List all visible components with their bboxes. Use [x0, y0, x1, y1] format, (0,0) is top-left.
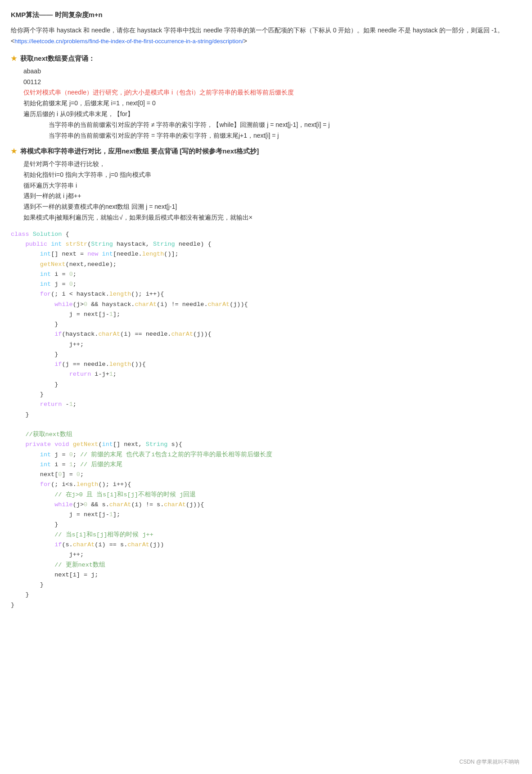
footer-text: CSDN @苹果就叫不呐呐 — [459, 759, 519, 765]
code-line-13: } — [11, 350, 521, 360]
code-line-34: next[i] = j; — [11, 570, 521, 580]
code-line-28: j = next[j-1]; — [11, 510, 521, 520]
code-line-16: } — [11, 380, 521, 390]
pattern-string: abaab — [23, 66, 521, 77]
intro-desc: 给你两个字符串 haystack 和 needle，请你在 haystack 字… — [11, 25, 521, 36]
code-line-11: if(haystack.charAt(i) == needle.charAt(j… — [11, 329, 521, 339]
section2: ★ 将模式串和字符串进行对比，应用next数组 要点背诵 [写的时候参考next… — [11, 145, 521, 223]
code-line-27: while(j>0 && s.charAt(i) != s.charAt(j))… — [11, 500, 521, 510]
section2-title-text: 将模式串和字符串进行对比，应用next数组 要点背诵 [写的时候参考next格式… — [20, 147, 259, 155]
line2: 遍历后缀的 i 从0到模式串末尾，【for】 — [23, 109, 521, 120]
code-line-10: } — [11, 320, 521, 329]
page-container: KMP算法—— 时间复杂度m+n 给你两个字符串 haystack 和 need… — [11, 9, 521, 610]
footer: CSDN @苹果就叫不呐呐 — [459, 758, 519, 766]
code-line-30: // 当s[i]和s[j]相等的时候 j++ — [11, 530, 521, 540]
code-line-24: next[0] = 0; — [11, 470, 521, 480]
code-line-12: j++; — [11, 340, 521, 350]
code-line-36: } — [11, 590, 521, 600]
section1-content: abaab 00112 仅针对模式串（needle）进行研究，j的大小是模式串 … — [23, 66, 521, 141]
leetcode-link[interactable]: https://leetcode.cn/problems/find-the-in… — [14, 38, 243, 45]
code-line-17: } — [11, 390, 521, 400]
code-block-main: class Solution { public int strStr(Strin… — [11, 230, 521, 610]
code-line-4: getNext(next,needle); — [11, 260, 521, 270]
code-line-35: } — [11, 580, 521, 590]
code-line-9: j = next[j-1]; — [11, 310, 521, 320]
code-line-3: int[] next = new int[needle.length()]; — [11, 249, 521, 259]
section1: ★ 获取next数组要点背诵： abaab 00112 仅针对模式串（needl… — [11, 53, 521, 141]
code-line-21: private void getNext(int[] next, String … — [11, 440, 521, 450]
code-line-15: return i-j+1; — [11, 369, 521, 379]
code-line-8: while(j>0 && haystack.charAt(i) != needl… — [11, 300, 521, 310]
code-line-37: } — [11, 600, 521, 610]
code-line-1: class Solution { — [11, 230, 521, 239]
code-line-6: int j = 0; — [11, 279, 521, 289]
code-line-23: int i = 1; // 后缀的末尾 — [11, 460, 521, 470]
code-line-19: } — [11, 410, 521, 420]
code-line-5: int i = 0; — [11, 270, 521, 279]
intro-link: <https://leetcode.cn/problems/find-the-i… — [11, 36, 521, 47]
s2-line4: 遇到一样的就 i j都++ — [23, 191, 521, 202]
code-line-26: // 在j>0 且 当s[i]和s[j]不相等的时候 j回退 — [11, 490, 521, 500]
code-line-blank1 — [11, 420, 521, 430]
highlight-text: 仅针对模式串（needle）进行研究，j的大小是模式串 i（包含i）之前字符串的… — [23, 87, 521, 98]
code-line-20: //获取next数组 — [11, 430, 521, 440]
intro-section: 给你两个字符串 haystack 和 needle，请你在 haystack 字… — [11, 25, 521, 47]
code-line-7: for(; i < haystack.length(); i++){ — [11, 289, 521, 299]
code-line-18: return -1; — [11, 400, 521, 410]
header-section: KMP算法—— 时间复杂度m+n — [11, 9, 521, 21]
code-line-29: } — [11, 520, 521, 530]
code-line-33: // 更新next数组 — [11, 560, 521, 570]
line4: 当字符串的当前前缀索引对应的字符 = 字符串的索引字符，前缀末尾j+1，next… — [49, 130, 521, 141]
s2-line5: 遇到不一样的就要查模式串的next数组 回溯 j = next[j-1] — [23, 202, 521, 212]
section2-content: 是针对两个字符串进行比较， 初始化指针i=0 指向大字符串，j=0 指向模式串 … — [23, 159, 521, 223]
code-line-32: j++; — [11, 550, 521, 560]
star-icon2: ★ — [11, 147, 17, 155]
s2-line6: 如果模式串j被顺利遍历完，就输出√，如果到最后模式串都没有被遍历完，就输出× — [23, 212, 521, 223]
section1-title-text: 获取next数组要点背诵： — [20, 54, 95, 62]
code-line-2: public int strStr(String haystack, Strin… — [11, 239, 521, 249]
code-line-25: for(; i<s.length(); i++){ — [11, 480, 521, 490]
line1: 初始化前缀末尾 j=0，后缀末尾 i=1，next[0] = 0 — [23, 98, 521, 109]
page-title: KMP算法—— 时间复杂度m+n — [11, 11, 103, 18]
s2-line1: 是针对两个字符串进行比较， — [23, 159, 521, 170]
section2-title: ★ 将模式串和字符串进行对比，应用next数组 要点背诵 [写的时候参考next… — [11, 145, 521, 157]
code-line-22: int j = 0; // 前缀的末尾 也代表了i包含i之前的字符串的最长相等前… — [11, 450, 521, 460]
code-line-14: if(j == needle.length()){ — [11, 360, 521, 369]
line3: 当字符串的当前前缀索引对应的字符 ≠ 字符串的索引字符，【while】回溯前缀 … — [49, 120, 521, 130]
next-array: 00112 — [23, 77, 521, 88]
section1-title: ★ 获取next数组要点背诵： — [11, 53, 521, 64]
star-icon1: ★ — [11, 54, 17, 62]
s2-line2: 初始化指针i=0 指向大字符串，j=0 指向模式串 — [23, 170, 521, 180]
s2-line3: 循环遍历大字符串 i — [23, 180, 521, 191]
code-line-31: if(s.charAt(i) == s.charAt(j)) — [11, 540, 521, 550]
